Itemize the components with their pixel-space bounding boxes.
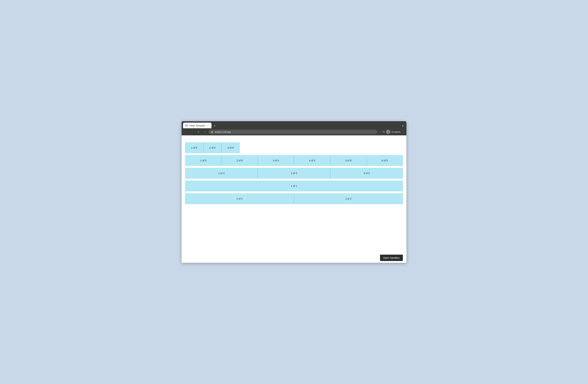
open-sandbox-button[interactable]: Open Sandbox — [380, 255, 403, 261]
tab-bar: Static Template × + ▾ — [183, 123, 405, 128]
tab-close-button[interactable]: × — [207, 124, 210, 127]
browser-menu-button[interactable]: ⋮ — [402, 130, 405, 134]
grid-row-3: 1 of 3 2 of 3 3 of 3 — [185, 168, 403, 179]
list-item: 2 of 6 — [221, 155, 258, 166]
grid-row-1: 1 of 1 — [185, 181, 403, 191]
active-tab[interactable]: Static Template × — [183, 123, 211, 128]
list-item: 1 of 1 — [185, 181, 403, 191]
grid-section-2: 1 of 2 2 of 2 — [185, 193, 403, 204]
grid-row-partial: 1 of 6 2 of 6 3 of 6 — [185, 142, 294, 153]
url-bar[interactable]: 🔒 3cdqn2.csb.app — [209, 130, 377, 134]
grid-section-partial: 1 of 6 2 of 6 3 of 6 — [185, 142, 403, 153]
list-item: 1 of 2 — [185, 193, 294, 204]
list-item: 3 of 6 — [221, 142, 240, 153]
back-button[interactable]: ← — [183, 129, 188, 134]
new-tab-button[interactable]: + — [212, 123, 217, 128]
lock-icon: 🔒 — [211, 131, 213, 133]
list-item: 1 of 6 — [185, 142, 203, 153]
forward-button[interactable]: → — [189, 129, 194, 134]
split-screen-icon[interactable]: ⧉ — [383, 130, 385, 133]
profile-area[interactable]: 👤 Incognito — [386, 130, 401, 134]
grid-section-1: 1 of 1 — [185, 181, 403, 191]
bookmark-star-icon[interactable]: ☆ — [379, 130, 381, 134]
sandbox-btn-container: Open Sandbox — [182, 253, 406, 263]
grid-row-2: 1 of 2 2 of 2 — [185, 193, 403, 204]
profile-label: Incognito — [391, 131, 401, 133]
tab-dropdown-button[interactable]: ▾ — [401, 123, 405, 128]
list-item: 3 of 3 — [330, 168, 403, 179]
grid-section-3: 1 of 3 2 of 3 3 of 3 — [185, 168, 403, 179]
tab-right-controls: ▾ — [401, 123, 405, 128]
browser-window: Static Template × + ▾ ← → ↺ ⌂ 🔒 3cdqn2.c… — [182, 121, 406, 263]
tab-favicon — [185, 124, 188, 127]
address-bar: ← → ↺ ⌂ 🔒 3cdqn2.csb.app ☆ ⧉ 👤 Incognito… — [182, 128, 406, 135]
list-item: 2 of 6 — [203, 142, 222, 153]
grid-section-6: 1 of 6 2 of 6 3 of 6 4 of 6 5 of 6 6 of … — [185, 155, 403, 166]
address-bar-right: ☆ ⧉ 👤 Incognito ⋮ — [379, 130, 405, 134]
browser-chrome: Static Template × + ▾ — [182, 121, 406, 128]
profile-avatar: 👤 — [386, 130, 390, 134]
reload-button[interactable]: ↺ — [196, 129, 201, 134]
tab-label: Static Template — [189, 124, 205, 127]
list-item: 2 of 2 — [294, 193, 403, 204]
list-item: 6 of 6 — [367, 155, 403, 166]
list-item: 2 of 3 — [258, 168, 330, 179]
list-item: 1 of 6 — [185, 155, 221, 166]
grid-row-6: 1 of 6 2 of 6 3 of 6 4 of 6 5 of 6 6 of … — [185, 155, 403, 166]
page-content: 1 of 6 2 of 6 3 of 6 1 of 6 2 of 6 3 of … — [182, 135, 406, 253]
list-item: 1 of 3 — [185, 168, 258, 179]
list-item: 5 of 6 — [330, 155, 367, 166]
url-text: 3cdqn2.csb.app — [215, 131, 231, 133]
list-item: 4 of 6 — [294, 155, 330, 166]
home-button[interactable]: ⌂ — [202, 129, 207, 134]
list-item: 3 of 6 — [258, 155, 294, 166]
